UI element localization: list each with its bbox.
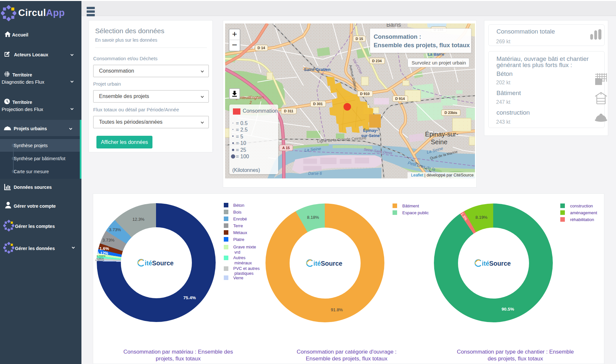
svg-text:D 23bis: D 23bis [444, 111, 457, 115]
svg-text:D 234: D 234 [372, 59, 382, 63]
svg-text:Épinay-sur-: Épinay-sur- [425, 131, 458, 138]
svg-text:D 14: D 14 [257, 46, 265, 50]
svg-text:Saint-Gratien: Saint-Gratien [304, 67, 331, 72]
svg-text:D 910: D 910 [360, 92, 369, 96]
svg-text:D 914: D 914 [395, 97, 405, 101]
svg-text:itéSource: itéSource [313, 260, 342, 267]
svg-text:Bains: Bains [386, 23, 401, 28]
svg-text:D 301: D 301 [313, 102, 322, 106]
svg-text:itéSource: itéSource [482, 260, 511, 267]
svg-text:A 15: A 15 [282, 146, 290, 150]
svg-text:Épinay-: Épinay- [363, 128, 378, 133]
svg-text:itéSource: itéSource [145, 259, 174, 267]
svg-text:Seine: Seine [431, 138, 447, 146]
svg-text:2: 2 [249, 100, 252, 105]
svg-text:Darse 6: Darse 6 [308, 171, 322, 176]
svg-text:D 311: D 311 [284, 109, 294, 113]
svg-text:D 15: D 15 [355, 37, 363, 41]
